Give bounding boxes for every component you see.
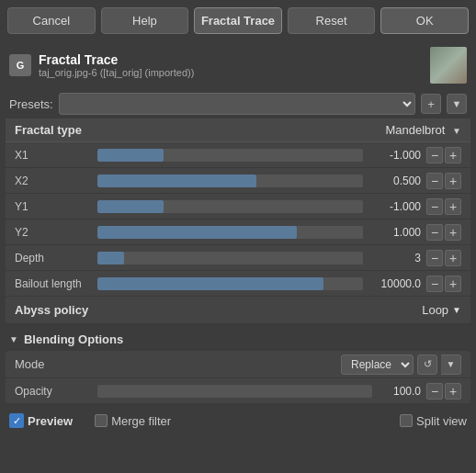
plugin-thumbnail [430, 47, 467, 84]
abyss-policy-row: Abyss policy Loop ▼ [6, 297, 470, 324]
param-value-y2: 1.000 [370, 226, 421, 239]
opacity-plus-button[interactable]: + [445, 383, 461, 400]
cancel-button[interactable]: Cancel [7, 7, 96, 34]
mode-select-area: Replace ↺ ▼ [341, 355, 461, 375]
fractal-type-dropdown-icon: ▼ [452, 126, 461, 136]
merge-filter-label: Merge filter [111, 414, 171, 428]
param-value-y1: -1.000 [370, 200, 421, 213]
presets-label: Presets: [9, 97, 53, 111]
checkmark-symbol: ✓ [13, 415, 21, 427]
param-plus-x1[interactable]: + [445, 147, 461, 163]
abyss-value-text: Loop [422, 303, 448, 317]
param-label-x2: X2 [15, 175, 97, 187]
blending-content: Mode Replace ↺ ▼ Opacity 100.0 − + [6, 351, 470, 404]
plugin-subtitle: taj_orig.jpg-6 ([taj_orig] (imported)) [39, 67, 423, 78]
fractal-type-label: Fractal type [15, 123, 82, 137]
merge-filter-checkbox[interactable] [95, 414, 108, 427]
param-plus-y1[interactable]: + [445, 198, 461, 215]
merge-filter-checkbox-area[interactable]: Merge filter [95, 414, 171, 428]
param-row-depth: Depth 3 − + [6, 245, 470, 271]
param-slider-fill-x2 [97, 175, 256, 187]
param-slider-y1[interactable] [97, 200, 363, 213]
reset-icon: ↺ [424, 358, 432, 370]
param-label-x1: X1 [15, 149, 97, 162]
param-value-x2: 0.500 [370, 175, 421, 187]
opacity-label: Opacity [15, 385, 97, 398]
param-label-bailout: Bailout length [15, 277, 97, 290]
param-minus-y1[interactable]: − [426, 198, 443, 215]
param-slider-fill-depth [97, 252, 124, 265]
param-row-y2: Y2 1.000 − + [6, 220, 470, 245]
plugin-title-area: Fractal Trace taj_orig.jpg-6 ([taj_orig]… [39, 52, 423, 78]
mode-label: Mode [15, 357, 97, 371]
blending-options-title: Blending Options [24, 332, 123, 346]
param-label-depth: Depth [15, 252, 97, 265]
param-row-x1: X1 -1.000 − + [6, 142, 470, 168]
param-minus-bailout[interactable]: − [426, 276, 443, 292]
parameter-rows: X1 -1.000 − + X2 0.500 − + Y1 -1.000 − +… [6, 142, 470, 297]
abyss-label: Abyss policy [15, 303, 88, 317]
param-plus-depth[interactable]: + [445, 250, 461, 266]
toolbar: Cancel Help Fractal Trace Reset OK [0, 0, 476, 41]
param-plus-x2[interactable]: + [445, 173, 461, 189]
param-value-bailout: 10000.0 [370, 277, 421, 290]
preview-check-icon: ✓ [9, 413, 24, 428]
mode-chevron-button[interactable]: ▼ [441, 355, 461, 375]
param-slider-x1[interactable] [97, 149, 363, 162]
param-minus-y2[interactable]: − [426, 224, 443, 241]
plugin-header: G Fractal Trace taj_orig.jpg-6 ([taj_ori… [0, 41, 476, 89]
abyss-dropdown-icon: ▼ [452, 305, 461, 315]
param-slider-depth[interactable] [97, 252, 363, 265]
split-view-checkbox[interactable] [400, 414, 413, 427]
mode-row: Mode Replace ↺ ▼ [6, 351, 470, 378]
param-minus-x1[interactable]: − [426, 147, 443, 163]
preview-row: ✓ Preview Merge filter Split view [0, 408, 476, 434]
split-view-label: Split view [416, 414, 467, 428]
presets-menu-button[interactable]: ▼ [447, 94, 467, 114]
opacity-row: Opacity 100.0 − + [6, 378, 470, 404]
mode-chevron-icon: ▼ [447, 359, 456, 369]
param-slider-bailout[interactable] [97, 277, 363, 290]
param-slider-y2[interactable] [97, 226, 363, 239]
param-slider-fill-y2 [97, 226, 297, 239]
param-row-y1: Y1 -1.000 − + [6, 194, 470, 220]
presets-select[interactable] [59, 93, 415, 115]
plugin-name: Fractal Trace [39, 52, 423, 67]
mode-select[interactable]: Replace [341, 355, 414, 375]
param-label-y2: Y2 [15, 226, 97, 239]
blending-options-toggle[interactable]: ▼ Blending Options [0, 328, 476, 351]
param-value-x1: -1.000 [370, 149, 421, 162]
param-row-x2: X2 0.500 − + [6, 168, 470, 194]
param-minus-x2[interactable]: − [426, 173, 443, 189]
fractal-trace-button[interactable]: Fractal Trace [194, 7, 282, 34]
param-plus-y2[interactable]: + [445, 224, 461, 241]
param-slider-fill-bailout [97, 277, 323, 290]
ok-button[interactable]: OK [380, 7, 469, 34]
param-row-bailout: Bailout length 10000.0 − + [6, 271, 470, 297]
fractal-type-value[interactable]: Mandelbrot ▼ [385, 123, 461, 137]
mode-reset-button[interactable]: ↺ [417, 355, 437, 375]
opacity-minus-button[interactable]: − [426, 383, 443, 400]
blending-toggle-arrow: ▼ [9, 334, 18, 344]
opacity-value: 100.0 [380, 385, 421, 398]
presets-add-button[interactable]: + [421, 94, 441, 114]
preview-label: Preview [28, 414, 73, 428]
preview-checkbox-area[interactable]: ✓ Preview [9, 413, 73, 428]
presets-menu-icon: ▼ [452, 98, 462, 109]
param-plus-bailout[interactable]: + [445, 276, 461, 292]
param-value-depth: 3 [370, 252, 421, 265]
param-slider-fill-x1 [97, 149, 164, 162]
abyss-value-area[interactable]: Loop ▼ [422, 303, 461, 317]
split-view-checkbox-area[interactable]: Split view [400, 414, 467, 428]
help-button[interactable]: Help [101, 7, 189, 34]
main-content: Fractal type Mandelbrot ▼ X1 -1.000 − + … [6, 118, 470, 324]
plugin-icon-g: G [9, 54, 31, 76]
param-minus-depth[interactable]: − [426, 250, 443, 266]
param-slider-x2[interactable] [97, 175, 363, 187]
plugin-thumb-image [430, 47, 467, 84]
reset-button[interactable]: Reset [288, 7, 376, 34]
param-slider-fill-y1 [97, 200, 164, 213]
opacity-slider[interactable] [97, 385, 372, 398]
fractal-type-row: Fractal type Mandelbrot ▼ [6, 118, 470, 142]
param-label-y1: Y1 [15, 200, 97, 213]
